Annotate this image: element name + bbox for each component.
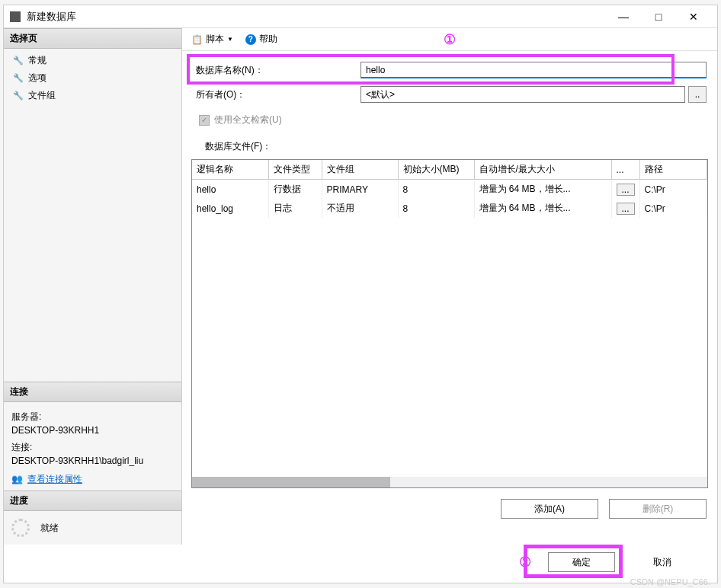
annotation-2: ② [519, 554, 531, 570]
dialog-window: 新建数据库 — □ ✕ 选择页 🔧 常规 🔧 选项 🔧 文件组 [3, 5, 718, 583]
owner-input[interactable] [360, 86, 685, 103]
th-ellipsis[interactable]: ... [611, 160, 639, 180]
cell-logical[interactable]: hello_log [192, 199, 268, 218]
help-button[interactable]: ? 帮助 [242, 31, 280, 47]
th-size[interactable]: 初始大小(MB) [398, 160, 474, 180]
db-name-input[interactable] [360, 62, 707, 78]
maximize-button[interactable]: □ [641, 5, 676, 28]
toolbar: 📋 脚本 ▼ ? 帮助 ① [182, 28, 717, 51]
progress-status: 就绪 [40, 522, 59, 535]
help-label: 帮助 [259, 33, 277, 46]
cell-type: 行数据 [268, 180, 322, 200]
fulltext-label: 使用全文检索(U) [214, 113, 282, 126]
progress-header: 进度 [4, 491, 181, 511]
files-table-wrap[interactable]: 逻辑名称 文件类型 文件组 初始大小(MB) 自动增长/最大大小 ... 路径 … [191, 159, 708, 488]
add-file-button[interactable]: 添加(A) [501, 499, 598, 519]
chevron-down-icon: ▼ [227, 36, 233, 43]
scrollbar-thumb[interactable] [192, 477, 390, 487]
spinner-icon [11, 519, 30, 537]
minimize-button[interactable]: — [606, 5, 641, 28]
content-area: 📋 脚本 ▼ ? 帮助 ① 数据库名称(N)： [182, 28, 717, 545]
th-growth[interactable]: 自动增长/最大大小 [474, 160, 611, 180]
wrench-icon: 🔧 [13, 56, 24, 66]
connection-properties-link[interactable]: 👥 查看连接属性 [11, 472, 174, 486]
th-logical[interactable]: 逻辑名称 [192, 160, 268, 180]
growth-browse-button[interactable]: ... [617, 203, 635, 215]
wrench-icon: 🔧 [13, 73, 24, 84]
people-icon: 👥 [11, 472, 23, 486]
watermark: CSDN @NEPU_C66. [630, 577, 710, 586]
window-controls: — □ ✕ [606, 5, 711, 28]
owner-browse-button[interactable]: .. [688, 86, 707, 103]
sidebar-item-filegroups[interactable]: 🔧 文件组 [4, 87, 181, 104]
owner-row: 所有者(O)： .. [193, 86, 707, 103]
cell-growth: 增量为 64 MB，增长... [474, 199, 611, 218]
cancel-button[interactable]: 取消 [629, 552, 696, 572]
sidebar-item-label: 选项 [28, 72, 46, 85]
help-icon: ? [245, 34, 256, 45]
main-area: 选择页 🔧 常规 🔧 选项 🔧 文件组 连接 服务器: [4, 28, 717, 545]
wrench-icon: 🔧 [13, 91, 24, 101]
ok-button[interactable]: 确定 [548, 552, 615, 572]
server-label: 服务器: [11, 410, 174, 423]
form-area: 数据库名称(N)： 所有者(O)： .. ✓ 使用全文检索(U) 数据库文件(F… [182, 51, 717, 156]
fulltext-row: ✓ 使用全文检索(U) [193, 110, 707, 137]
th-path[interactable]: 路径 [639, 160, 707, 180]
window-title: 新建数据库 [27, 10, 606, 24]
table-row[interactable]: hello 行数据 PRIMARY 8 增量为 64 MB，增长... ... … [192, 180, 707, 200]
close-button[interactable]: ✕ [676, 5, 711, 28]
dialog-footer: ② 确定 取消 [4, 545, 717, 583]
growth-browse-button[interactable]: ... [617, 184, 635, 196]
th-group[interactable]: 文件组 [322, 160, 398, 180]
script-label: 脚本 [206, 33, 224, 46]
th-type[interactable]: 文件类型 [268, 160, 322, 180]
sidebar-item-label: 文件组 [28, 89, 56, 102]
cell-growth: 增量为 64 MB，增长... [474, 180, 611, 200]
db-name-label: 数据库名称(N)： [193, 64, 360, 77]
db-name-row: 数据库名称(N)： [193, 62, 707, 78]
link-text[interactable]: 查看连接属性 [27, 472, 82, 486]
connection-section: 服务器: DESKTOP-93KRHH1 连接: DESKTOP-93KRHH1… [4, 402, 181, 491]
sidebar-item-options[interactable]: 🔧 选项 [4, 69, 181, 87]
sidebar-item-label: 常规 [28, 54, 46, 67]
app-icon [10, 11, 21, 22]
cell-size[interactable]: 8 [398, 199, 474, 218]
cell-path: C:\Pr [639, 199, 707, 218]
cell-group: 不适用 [322, 199, 398, 218]
cell-path: C:\Pr [639, 180, 707, 200]
script-icon: 📋 [191, 34, 203, 45]
script-button[interactable]: 📋 脚本 ▼ [188, 31, 236, 47]
remove-file-button: 删除(R) [609, 499, 707, 519]
sidebar-item-general[interactable]: 🔧 常规 [4, 52, 181, 69]
cell-group: PRIMARY [322, 180, 398, 200]
server-value: DESKTOP-93KRHH1 [11, 423, 174, 437]
files-table: 逻辑名称 文件类型 文件组 初始大小(MB) 自动增长/最大大小 ... 路径 … [192, 160, 707, 218]
connection-header: 连接 [4, 382, 181, 402]
nav-items: 🔧 常规 🔧 选项 🔧 文件组 [4, 49, 181, 107]
fulltext-checkbox: ✓ [199, 115, 210, 126]
conn-label: 连接: [11, 440, 174, 454]
horizontal-scrollbar[interactable] [192, 477, 707, 487]
db-files-label: 数据库文件(F)： [193, 137, 707, 156]
conn-value: DESKTOP-93KRHH1\badgirl_liu [11, 454, 174, 468]
owner-label: 所有者(O)： [193, 88, 360, 101]
sidebar: 选择页 🔧 常规 🔧 选项 🔧 文件组 连接 服务器: [4, 28, 182, 545]
cell-type: 日志 [268, 199, 322, 218]
table-row[interactable]: hello_log 日志 不适用 8 增量为 64 MB，增长... ... C… [192, 199, 707, 218]
cell-logical[interactable]: hello [192, 180, 268, 200]
annotation-1: ① [444, 31, 456, 48]
progress-section: 就绪 [4, 511, 181, 545]
cell-size[interactable]: 8 [398, 180, 474, 200]
titlebar[interactable]: 新建数据库 — □ ✕ [4, 5, 717, 28]
select-page-header: 选择页 [4, 28, 181, 49]
file-buttons-row: 添加(A) 删除(R) [182, 491, 717, 519]
